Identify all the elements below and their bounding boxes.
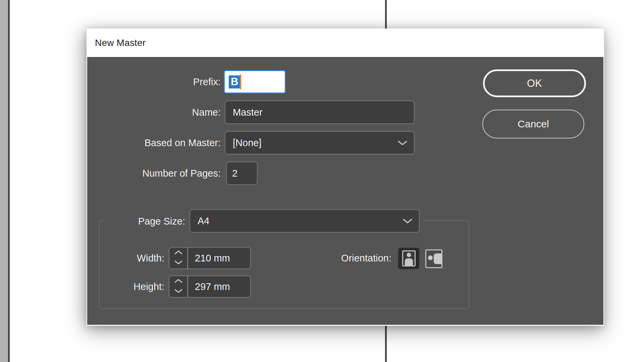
orientation-landscape-button[interactable] [425,249,442,268]
page-size-value: A4 [190,216,209,227]
width-label: Width: [101,247,164,269]
stepper-down-icon[interactable] [174,260,183,266]
document-edge-line-top [385,0,387,29]
chevron-down-icon [397,137,408,148]
page-size-dropdown[interactable]: A4 [190,209,420,233]
application-canvas: New Master Prefix: B Name: Master Based … [0,0,644,362]
prefix-label: Prefix: [94,70,221,94]
width-input[interactable]: 210 mm [188,247,251,269]
dialog-title: New Master [87,38,146,48]
cancel-button[interactable]: Cancel [482,110,584,138]
based-on-master-label: Based on Master: [94,131,221,155]
new-master-dialog: New Master Prefix: B Name: Master Based … [87,28,604,326]
height-input[interactable]: 297 mm [188,276,251,298]
pasteboard-strip [0,0,8,362]
width-value: 210 mm [188,253,230,264]
orientation-portrait-button[interactable] [398,248,419,269]
stepper-up-icon[interactable] [174,279,183,285]
name-input[interactable]: Master [225,101,415,124]
height-stepper[interactable] [169,276,188,298]
name-value: Master [225,107,263,118]
ok-button[interactable]: OK [483,69,586,97]
portrait-orientation-icon [402,250,416,266]
text-caret [240,74,241,89]
based-on-master-value: [None] [225,137,261,148]
number-of-pages-input[interactable]: 2 [226,162,258,185]
chevron-down-icon [402,216,413,227]
height-label: Height: [101,276,164,298]
document-edge-line-bottom [385,326,387,362]
number-of-pages-label: Number of Pages: [94,162,221,185]
prefix-selected-text: B [229,75,240,88]
width-stepper[interactable] [169,247,188,269]
prefix-input[interactable]: B [224,70,286,94]
number-of-pages-value: 2 [227,168,237,179]
orientation-label: Orientation: [302,247,391,269]
based-on-master-dropdown[interactable]: [None] [225,131,415,155]
name-label: Name: [94,101,221,124]
stepper-down-icon[interactable] [174,289,183,295]
height-value: 297 mm [188,281,230,292]
pasteboard-edge-line [8,0,10,362]
dialog-body: Prefix: B Name: Master Based on Master: … [87,57,603,325]
dialog-titlebar[interactable]: New Master [87,28,604,57]
stepper-up-icon[interactable] [174,250,183,256]
page-size-label: Page Size: [94,209,185,233]
